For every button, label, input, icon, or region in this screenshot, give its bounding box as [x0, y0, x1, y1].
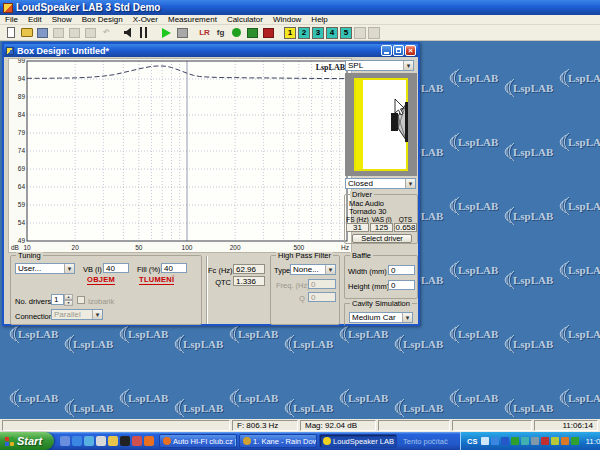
- folder-icon[interactable]: [108, 436, 118, 446]
- desktop-watermark: LspLABLspLAB: [335, 325, 389, 343]
- menu-item-measurement[interactable]: Measurement: [163, 15, 222, 24]
- chevron-down-icon[interactable]: [402, 313, 412, 322]
- cavity-select[interactable]: Medium Car: [349, 312, 413, 323]
- chevron-down-icon[interactable]: [405, 179, 415, 188]
- vb-input[interactable]: 40: [103, 263, 129, 273]
- bluetooth-icon[interactable]: [501, 437, 509, 445]
- view-button-3[interactable]: 3: [312, 27, 324, 39]
- desktop-watermark: LspLABLspLAB: [170, 335, 224, 353]
- task-button[interactable]: Auto HI-FI club.cz | ...: [159, 434, 237, 448]
- mixer-icon[interactable]: [137, 26, 152, 39]
- svg-text:LspLAB: LspLAB: [18, 328, 59, 340]
- shield-icon[interactable]: [511, 437, 519, 445]
- spl-chart[interactable]: 9994898479746964595449102050100200500Hzd…: [8, 58, 352, 253]
- desktop-watermark: LspLABLspLAB: [445, 389, 499, 407]
- driver-param-value: 31: [346, 223, 369, 232]
- maximize-button[interactable]: [393, 45, 404, 56]
- drivers-stepper[interactable]: 1: [51, 294, 73, 305]
- chevron-down-icon[interactable]: [403, 61, 413, 70]
- tuning-mode-select[interactable]: User...: [15, 263, 75, 274]
- fg-icon[interactable]: fg: [213, 26, 228, 39]
- enclosure-type-select[interactable]: Closed: [345, 178, 416, 189]
- save-icon[interactable]: [35, 26, 50, 39]
- menu-item-box-design[interactable]: Box Design: [77, 15, 128, 24]
- hpf-type-select[interactable]: None...: [290, 264, 336, 275]
- photo-icon[interactable]: [132, 436, 142, 446]
- svg-text:LspLAB: LspLAB: [293, 402, 334, 414]
- hpf-freq-label: Freq. (Hz): [276, 281, 310, 290]
- desktop-watermark: LspLABLspLAB: [555, 133, 600, 151]
- task-button[interactable]: Tento počítač: [399, 434, 459, 448]
- menu-item-window[interactable]: Window: [268, 15, 306, 24]
- record-icon[interactable]: [229, 26, 244, 39]
- firefox-icon[interactable]: [144, 436, 154, 446]
- menu-item-x-over[interactable]: X-Over: [128, 15, 163, 24]
- view-button-5[interactable]: 5: [340, 27, 352, 39]
- desktop-watermark: LspLABLspLAB: [500, 399, 554, 417]
- level-meter-icon[interactable]: [245, 26, 260, 39]
- hpf-q-input: 0: [308, 292, 336, 302]
- task-label: 1. Kane - Rain Down...: [253, 437, 317, 446]
- alert-icon[interactable]: [541, 437, 549, 445]
- spin-down-icon[interactable]: [64, 300, 73, 306]
- menu-item-file[interactable]: File: [0, 15, 23, 24]
- select-driver-button[interactable]: Select driver: [352, 234, 412, 243]
- baffle-height-input[interactable]: 0: [388, 280, 415, 290]
- new-icon[interactable]: [3, 26, 18, 39]
- menu-item-help[interactable]: Help: [306, 15, 332, 24]
- hpf-freq-input: 0: [308, 279, 336, 289]
- mail-icon[interactable]: [96, 436, 106, 446]
- graph-type-select[interactable]: SPL: [345, 60, 414, 71]
- media-tray-icon[interactable]: [561, 437, 569, 445]
- baffle-group: Baffle Width (mm) 0 Height (mm) 0: [344, 255, 418, 299]
- lr-analysis-icon[interactable]: LR: [197, 26, 212, 39]
- show-desktop-icon[interactable]: [60, 436, 70, 446]
- svg-text:500: 500: [293, 244, 304, 251]
- svg-text:LspLAB: LspLAB: [129, 393, 169, 405]
- system-tray: CS 11:06: [460, 432, 600, 450]
- baffle-width-input[interactable]: 0: [388, 265, 415, 275]
- menu-item-edit[interactable]: Edit: [23, 15, 47, 24]
- tray-clock[interactable]: 11:06: [585, 437, 600, 446]
- start-button[interactable]: Start: [0, 432, 54, 450]
- svg-text:LspLAB: LspLAB: [568, 136, 600, 148]
- play-icon[interactable]: [159, 26, 174, 39]
- view-button-2[interactable]: 2: [298, 27, 310, 39]
- enclosure-preview[interactable]: [345, 73, 417, 176]
- svg-text:LspLAB: LspLAB: [459, 73, 499, 85]
- view-button-1[interactable]: 1: [284, 27, 296, 39]
- desktop-watermark: LspLABLspLAB: [115, 325, 169, 343]
- display-icon[interactable]: [531, 437, 539, 445]
- language-indicator[interactable]: CS: [467, 437, 479, 446]
- battery-icon[interactable]: [551, 437, 559, 445]
- signal-icon[interactable]: [261, 26, 276, 39]
- svg-text:LspLAB: LspLAB: [128, 392, 169, 404]
- messenger-icon[interactable]: [521, 437, 529, 445]
- volume-icon[interactable]: [481, 437, 489, 445]
- menu-item-calculator[interactable]: Calculator: [222, 15, 268, 24]
- menu-item-show[interactable]: Show: [47, 15, 77, 24]
- isobaric-checkbox[interactable]: [77, 296, 85, 304]
- task-button[interactable]: LoudSpeaker LAB 3 S...: [319, 434, 397, 448]
- svg-text:LspLAB: LspLAB: [19, 393, 59, 405]
- media-player-icon[interactable]: [84, 436, 94, 446]
- ie-icon[interactable]: [72, 436, 82, 446]
- main-window-titlebar[interactable]: LoudSpeaker LAB 3 Std Demo: [0, 0, 600, 15]
- open-icon[interactable]: [19, 26, 34, 39]
- chevron-down-icon[interactable]: [64, 264, 74, 273]
- svg-text:LspLAB: LspLAB: [348, 328, 389, 340]
- view-button-4[interactable]: 4: [326, 27, 338, 39]
- winamp-icon[interactable]: [120, 436, 130, 446]
- chevron-down-icon[interactable]: [325, 265, 335, 274]
- network-icon[interactable]: [491, 437, 499, 445]
- minimize-button[interactable]: [381, 45, 392, 56]
- stop-icon[interactable]: [175, 26, 190, 39]
- svg-text:200: 200: [230, 244, 241, 251]
- box-design-client: 9994898479746964595449102050100200500Hzd…: [4, 57, 418, 324]
- sync-icon[interactable]: [571, 437, 579, 445]
- fill-input[interactable]: 40: [161, 263, 187, 273]
- close-button[interactable]: [405, 45, 416, 56]
- task-button[interactable]: 1. Kane - Rain Down...: [239, 434, 317, 448]
- mute-icon[interactable]: [121, 26, 136, 39]
- box-design-titlebar[interactable]: Box Design: Untitled*: [4, 44, 418, 57]
